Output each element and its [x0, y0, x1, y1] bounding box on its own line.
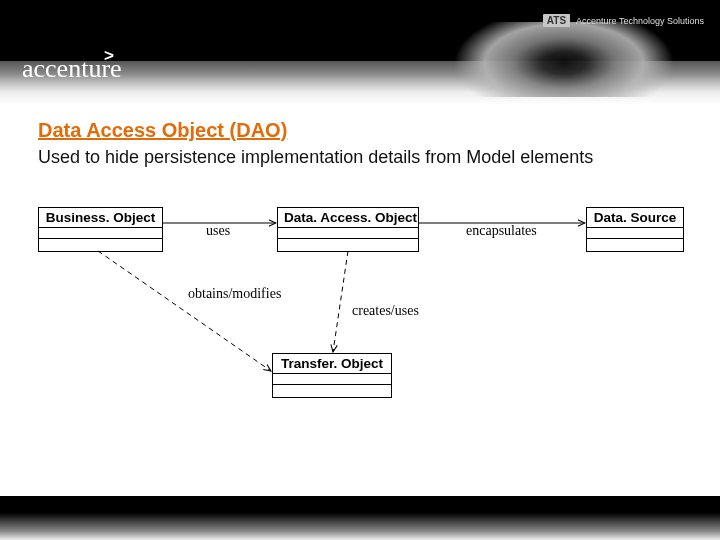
class-attrs — [278, 228, 418, 239]
class-data-access-object: Data. Access. Object — [277, 207, 419, 252]
class-transfer-object: Transfer. Object — [272, 353, 392, 398]
class-ops — [273, 385, 391, 397]
decorative-image — [390, 22, 680, 97]
ats-badge: ATS — [543, 14, 570, 27]
class-name: Transfer. Object — [273, 354, 391, 374]
slide-content: Data Access Object (DAO) Used to hide pe… — [0, 105, 720, 413]
footer-bar — [0, 496, 720, 540]
header-banner: > accenture ATS Accenture Technology Sol… — [0, 0, 720, 105]
label-obtains-modifies: obtains/modifies — [188, 286, 281, 302]
page-title: Data Access Object (DAO) — [38, 119, 682, 142]
uml-diagram: Business. Object Data. Access. Object Da… — [38, 193, 698, 413]
class-name: Business. Object — [39, 208, 162, 228]
class-name: Data. Source — [587, 208, 683, 228]
class-attrs — [39, 228, 162, 239]
class-name: Data. Access. Object — [278, 208, 418, 228]
label-uses: uses — [206, 223, 230, 239]
ats-text: Accenture Technology Solutions — [576, 16, 704, 26]
edge-obtains-modifies — [98, 251, 271, 371]
class-ops — [39, 239, 162, 251]
ats-brand: ATS Accenture Technology Solutions — [543, 14, 704, 27]
class-business-object: Business. Object — [38, 207, 163, 252]
class-attrs — [273, 374, 391, 385]
label-encapsulates: encapsulates — [466, 223, 537, 239]
class-data-source: Data. Source — [586, 207, 684, 252]
class-ops — [278, 239, 418, 251]
page-subtitle: Used to hide persistence implementation … — [38, 146, 682, 169]
class-ops — [587, 239, 683, 251]
class-attrs — [587, 228, 683, 239]
label-creates-uses: creates/uses — [352, 303, 419, 319]
accenture-logo: accenture — [22, 54, 122, 84]
edge-creates-uses — [333, 251, 348, 352]
